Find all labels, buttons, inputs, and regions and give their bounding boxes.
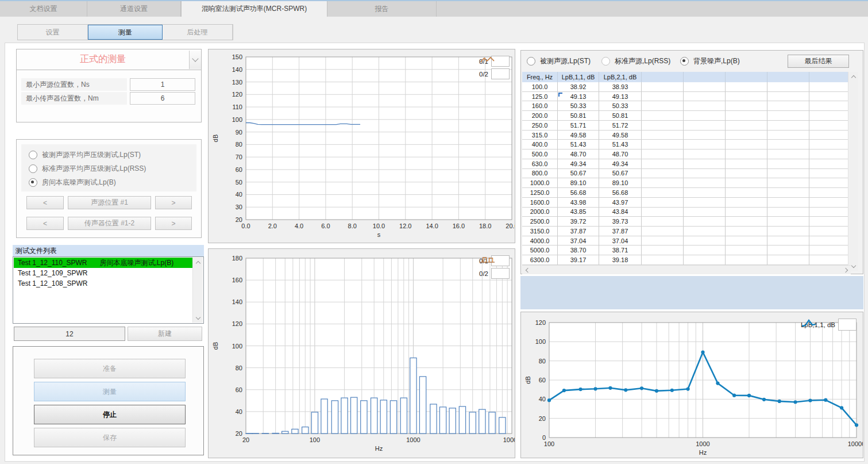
table-cell: 38.71 bbox=[599, 246, 642, 255]
table-row[interactable]: 6300.039.1739.18 bbox=[522, 255, 851, 265]
file-list-scrollbar[interactable] bbox=[192, 258, 203, 323]
mic-next-button[interactable]: > bbox=[155, 217, 192, 230]
table-cell bbox=[726, 236, 767, 246]
file-list[interactable]: Test 1_12_110_SPWR房间本底噪声测试,Lp(B)Test 1_1… bbox=[13, 256, 204, 324]
param-nm-label: 最小传声器位置数，Nm bbox=[21, 92, 127, 105]
radio-icon bbox=[680, 57, 689, 66]
table-row[interactable]: 100.038.9238.93 bbox=[522, 82, 851, 92]
source-position-button[interactable]: 声源位置 #1 bbox=[68, 196, 151, 209]
table-cell bbox=[726, 140, 767, 149]
save-button[interactable]: 保存 bbox=[34, 428, 186, 447]
table-row[interactable]: 125.049.1349.13 bbox=[522, 92, 851, 102]
table-cell bbox=[767, 101, 809, 111]
subtab-measure[interactable]: 测量 bbox=[88, 25, 163, 40]
radio-source-lp-st[interactable]: 被测声源,Lp(ST) bbox=[527, 56, 591, 66]
table-row[interactable]: 3150.037.8737.87 bbox=[522, 227, 851, 236]
table-row[interactable]: 160.050.3350.33 bbox=[522, 101, 851, 111]
scroll-up-button[interactable] bbox=[848, 72, 858, 81]
subtab-postprocess[interactable]: 后处理 bbox=[163, 25, 233, 40]
tab-report[interactable]: 报告 bbox=[327, 1, 437, 17]
table-cell bbox=[726, 82, 767, 92]
param-ns-label: 最小声源位置数，Ns bbox=[21, 78, 127, 91]
radio-source-lp-rss[interactable]: 标准声源,Lp(RSS) bbox=[601, 56, 670, 66]
table-row[interactable]: 400.051.4351.43 bbox=[522, 140, 851, 149]
table-cell bbox=[684, 92, 726, 102]
table-row[interactable]: 1000.089.1089.10 bbox=[522, 178, 851, 188]
svg-text:14.0: 14.0 bbox=[426, 223, 438, 229]
tab-channel-settings[interactable]: 通道设置 bbox=[87, 1, 181, 17]
main-tabbar: 文档设置 通道设置 混响室法测试声功率(MCR-SPWR) 报告 bbox=[0, 1, 868, 17]
last-result-button[interactable]: 最后结果 bbox=[788, 55, 849, 68]
file-list-item[interactable]: Test 1_12_109_SPWR bbox=[14, 268, 193, 278]
test-type-panel: 被测声源平均声压级测试,Lp(ST) 标准声源平均声压级测试,Lp(RSS) 房… bbox=[16, 139, 202, 238]
scroll-left-button[interactable] bbox=[522, 266, 531, 274]
legend-entry: 0/2 bbox=[479, 268, 510, 279]
table-cell bbox=[684, 111, 726, 121]
prepare-button[interactable]: 准备 bbox=[34, 359, 186, 378]
table-cell: 50.67 bbox=[558, 169, 599, 179]
table-cell bbox=[809, 131, 851, 140]
table-row[interactable]: 250.051.7151.72 bbox=[522, 121, 851, 131]
table-cell: 100.0 bbox=[522, 82, 558, 92]
table-row[interactable]: 630.049.3449.34 bbox=[522, 159, 851, 169]
table-row[interactable]: 5000.038.7038.71 bbox=[522, 246, 851, 255]
table-row[interactable]: 2500.039.7239.73 bbox=[522, 217, 851, 227]
svg-text:120: 120 bbox=[535, 319, 546, 326]
radio-lp-b[interactable]: 房间本底噪声测试,Lp(B) bbox=[29, 178, 116, 187]
param-nm-value[interactable]: 6 bbox=[130, 92, 195, 105]
table-cell: 48.70 bbox=[558, 149, 599, 159]
table-row[interactable]: 1250.056.6856.68 bbox=[522, 188, 851, 198]
file-test-type: 房间本底噪声测试,Lp(B) bbox=[100, 258, 174, 268]
table-cell: 6300.0 bbox=[522, 255, 558, 265]
tab-document-settings[interactable]: 文档设置 bbox=[0, 1, 87, 17]
info-band bbox=[520, 276, 863, 309]
param-ns-value[interactable]: 1 bbox=[130, 78, 195, 91]
measure-mode-select[interactable]: 正式的测量 bbox=[16, 49, 202, 70]
svg-text:8.0: 8.0 bbox=[348, 223, 357, 229]
table-row[interactable]: 315.049.5849.58 bbox=[522, 131, 851, 140]
sub-tabbar: 设置 测量 后处理 bbox=[17, 24, 233, 40]
test-count-button[interactable]: 12 bbox=[14, 327, 125, 341]
subtab-setup[interactable]: 设置 bbox=[18, 25, 88, 40]
table-cell bbox=[767, 149, 809, 159]
table-cell: 39.18 bbox=[599, 255, 642, 265]
table-cell bbox=[726, 169, 767, 179]
source-next-button[interactable]: > bbox=[155, 196, 192, 209]
source-prev-button[interactable]: < bbox=[26, 196, 64, 209]
mic-position-button[interactable]: 传声器位置 #1-2 bbox=[68, 217, 151, 230]
radio-label: 标准声源平均声压级测试,Lp(RSS) bbox=[42, 164, 146, 174]
file-list-item[interactable]: Test 1_12_108_SPWR bbox=[14, 278, 193, 289]
scroll-down-button[interactable] bbox=[193, 313, 203, 323]
table-row[interactable]: 800.050.6750.67 bbox=[522, 169, 851, 179]
table-cell bbox=[642, 111, 684, 121]
table-cell bbox=[684, 255, 726, 265]
measure-mode-dropdown-button[interactable] bbox=[189, 51, 201, 69]
scroll-up-button[interactable] bbox=[193, 258, 203, 267]
new-test-button[interactable]: 新建 bbox=[128, 327, 202, 341]
table-hscrollbar[interactable] bbox=[522, 265, 851, 274]
mic-prev-button[interactable]: < bbox=[26, 217, 64, 230]
table-cell bbox=[809, 121, 851, 131]
tab-mcr-spwr[interactable]: 混响室法测试声功率(MCR-SPWR) bbox=[181, 1, 327, 17]
radio-background-lp-b[interactable]: 背景噪声,Lp(B) bbox=[680, 56, 740, 66]
table-cell bbox=[809, 159, 851, 169]
table-row[interactable]: 4000.037.0437.04 bbox=[522, 236, 851, 246]
table-row[interactable]: 2000.043.8543.84 bbox=[522, 208, 851, 217]
table-row[interactable]: 1600.043.9843.97 bbox=[522, 198, 851, 208]
column-header bbox=[642, 72, 684, 82]
stop-button[interactable]: 停止 bbox=[34, 405, 186, 424]
measure-button[interactable]: 测量 bbox=[34, 382, 186, 401]
radio-lp-st[interactable]: 被测声源平均声压级测试,Lp(ST) bbox=[29, 150, 141, 160]
table-cell bbox=[767, 92, 809, 102]
table-cell: 50.67 bbox=[599, 169, 642, 179]
radio-lp-rss[interactable]: 标准声源平均声压级测试,Lp(RSS) bbox=[29, 164, 146, 174]
table-cell: 43.98 bbox=[558, 198, 599, 208]
svg-text:160: 160 bbox=[232, 277, 242, 283]
table-row[interactable]: 500.048.7048.70 bbox=[522, 149, 851, 159]
file-list-item[interactable]: Test 1_12_110_SPWR房间本底噪声测试,Lp(B) bbox=[14, 258, 193, 268]
table-cell bbox=[767, 217, 809, 227]
scroll-right-button[interactable] bbox=[842, 266, 851, 274]
table-row[interactable]: 200.050.8150.81 bbox=[522, 111, 851, 121]
table-cell bbox=[726, 217, 767, 227]
table-vscrollbar[interactable] bbox=[848, 72, 858, 271]
